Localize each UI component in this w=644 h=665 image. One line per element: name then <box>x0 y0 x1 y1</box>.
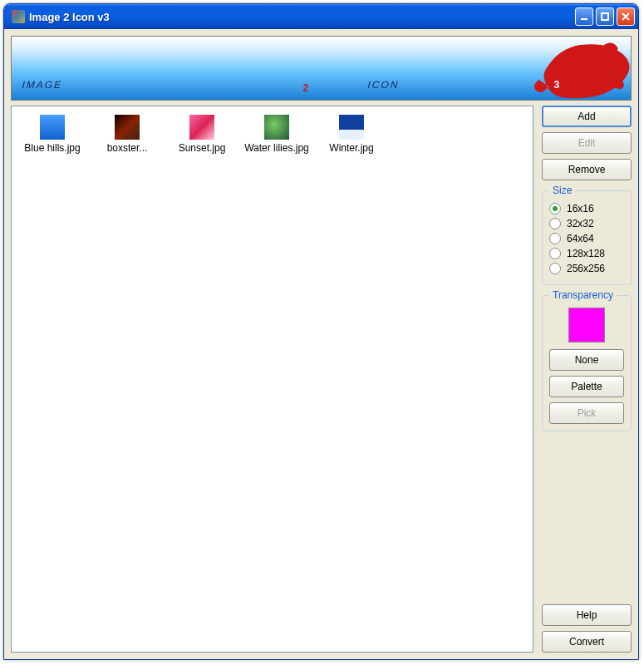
radio-unchecked-icon <box>549 263 561 274</box>
file-thumbnail <box>339 115 364 140</box>
banner-text-2: 2 <box>303 82 309 94</box>
convert-button[interactable]: Convert <box>542 631 632 653</box>
size-option[interactable]: 32x32 <box>549 218 624 229</box>
size-option-label: 32x32 <box>567 218 594 229</box>
sidebar: Add Edit Remove Size 16x1632x3264x64128x… <box>542 106 632 653</box>
none-button[interactable]: None <box>549 349 624 371</box>
banner-logo: IMAGE 2 ICON 3 <box>12 37 631 100</box>
size-group: Size 16x1632x3264x64128x128256x256 <box>542 190 632 285</box>
pick-button: Pick <box>549 402 624 424</box>
size-option-label: 16x16 <box>567 203 594 214</box>
file-thumbnail <box>264 115 289 140</box>
add-button[interactable]: Add <box>542 106 632 127</box>
close-icon <box>621 12 631 22</box>
main-window: Image 2 Icon v3 IMAGE 2 ICON 3 <box>3 3 639 660</box>
size-option[interactable]: 16x16 <box>549 203 624 214</box>
file-thumbnail <box>189 115 214 140</box>
size-option[interactable]: 256x256 <box>549 263 624 274</box>
file-label: Blue hills.jpg <box>15 142 90 154</box>
file-thumbnail <box>40 115 65 140</box>
banner-text-image: IMAGE <box>22 79 63 91</box>
minimize-button[interactable] <box>575 7 593 26</box>
svg-rect-1 <box>602 13 608 20</box>
transparency-color-swatch[interactable] <box>568 308 605 342</box>
maximize-button[interactable] <box>596 7 614 26</box>
maximize-icon <box>600 12 610 22</box>
window-controls <box>575 7 635 26</box>
file-list[interactable]: Blue hills.jpgboxster...Sunset.jpgWater … <box>11 106 533 653</box>
size-option-label: 256x256 <box>567 263 605 274</box>
file-label: Winter.jpg <box>314 142 389 154</box>
body-row: Blue hills.jpgboxster...Sunset.jpgWater … <box>11 106 632 653</box>
file-thumbnail <box>115 115 140 140</box>
remove-button[interactable]: Remove <box>542 159 632 180</box>
banner-text-icon: ICON <box>367 79 400 91</box>
file-label: Water lilies.jpg <box>239 142 314 154</box>
size-option-label: 64x64 <box>567 233 594 244</box>
radio-checked-icon <box>549 203 561 214</box>
size-option-label: 128x128 <box>567 248 605 259</box>
close-button[interactable] <box>617 7 635 26</box>
svg-rect-0 <box>581 18 587 20</box>
edit-button: Edit <box>542 132 632 154</box>
file-label: boxster... <box>90 142 165 154</box>
banner: IMAGE 2 ICON 3 <box>11 36 632 101</box>
minimize-icon <box>579 12 589 22</box>
file-item[interactable]: boxster... <box>90 115 165 154</box>
titlebar[interactable]: Image 2 Icon v3 <box>4 4 638 29</box>
client-area: IMAGE 2 ICON 3 Blue hills.jpgboxster...S… <box>4 29 638 659</box>
size-option[interactable]: 64x64 <box>549 233 624 244</box>
transparency-group: Transparency None Palette Pick <box>542 295 632 431</box>
size-group-title: Size <box>549 185 575 196</box>
banner-text-3-splash: 3 <box>534 42 630 98</box>
radio-unchecked-icon <box>549 248 561 259</box>
app-icon <box>12 10 25 23</box>
palette-button[interactable]: Palette <box>549 376 624 397</box>
radio-unchecked-icon <box>549 218 561 229</box>
file-item[interactable]: Winter.jpg <box>314 115 389 154</box>
radio-unchecked-icon <box>549 233 561 244</box>
size-option[interactable]: 128x128 <box>549 248 624 259</box>
file-label: Sunset.jpg <box>165 142 239 154</box>
help-button[interactable]: Help <box>542 604 632 626</box>
transparency-group-title: Transparency <box>549 289 617 301</box>
file-item[interactable]: Sunset.jpg <box>165 115 239 154</box>
file-item[interactable]: Water lilies.jpg <box>239 115 314 154</box>
window-title: Image 2 Icon v3 <box>29 11 575 23</box>
svg-text:3: 3 <box>554 79 560 91</box>
file-item[interactable]: Blue hills.jpg <box>15 115 90 154</box>
